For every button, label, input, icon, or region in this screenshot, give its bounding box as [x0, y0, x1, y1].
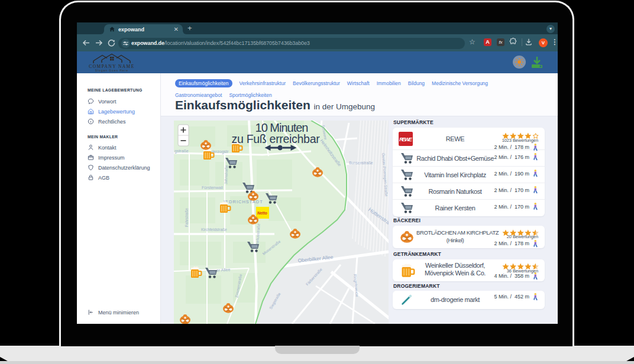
svg-text:zu Fuß erreichbar: zu Fuß erreichbar	[232, 132, 321, 145]
svg-text:Kirchfeldstraße: Kirchfeldstraße	[201, 228, 227, 232]
svg-text:Netto: Netto	[257, 211, 267, 215]
svg-text:REWE: REWE	[399, 136, 412, 142]
svg-text:gstraße: gstraße	[174, 149, 189, 154]
svg-text:Fürstenwall: Fürstenwall	[202, 186, 223, 190]
svg-text:Jahnstraße: Jahnstraße	[224, 165, 228, 184]
svg-text:Fahrstraße: Fahrstraße	[185, 208, 189, 227]
svg-text:COMPANY NAME: COMPANY NAME	[89, 64, 134, 69]
svg-text:Bunsenstraße: Bunsenstraße	[349, 161, 373, 165]
svg-text:Slogan Goes Here: Slogan Goes Here	[95, 69, 128, 72]
svg-text:IEDRICHSTADT: IEDRICHSTADT	[224, 199, 263, 204]
